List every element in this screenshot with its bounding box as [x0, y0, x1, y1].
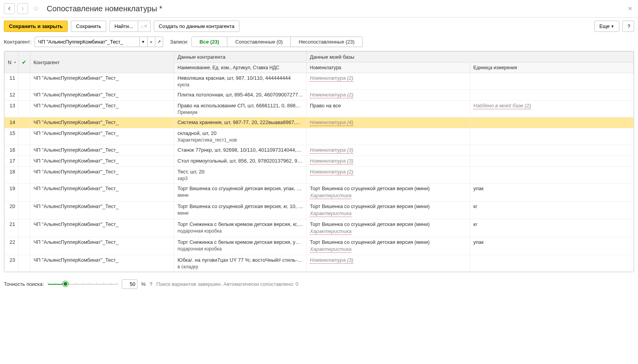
cell-check[interactable]	[19, 156, 30, 167]
close-button[interactable]: ✕	[626, 4, 634, 13]
cell-data: Тест, шт, 20хар3	[174, 167, 307, 184]
precision-slider[interactable]	[48, 284, 118, 285]
more-button[interactable]: Еще▼	[594, 21, 619, 32]
cell-check[interactable]	[19, 73, 30, 90]
cell-nomenclature[interactable]: Торт Вишенка со сгущенкой детская версия…	[307, 219, 470, 237]
clear-find-button[interactable]: ⌕✕	[138, 21, 151, 32]
table-row[interactable]: 17ЧП "АльянсПупперКомбинат"_Тест_Стол пр…	[5, 156, 634, 167]
col-nomenclature-header[interactable]: Номенклатура	[307, 63, 470, 73]
characteristic-link[interactable]: Характеристика	[310, 210, 352, 217]
contractor-open-button[interactable]: ↗	[155, 37, 163, 47]
cell-unit[interactable]	[470, 156, 634, 167]
cell-contractor: ЧП "АльянсПупперКомбинат"_Тест_	[30, 184, 174, 201]
col-unit-header[interactable]: Единица измерения	[470, 63, 634, 73]
nomenclature-link[interactable]: Номенклатура (3)	[310, 257, 353, 264]
cell-nomenclature[interactable]: Номенклатура (3)	[307, 255, 470, 272]
contractor-dropdown-button[interactable]: ▾	[140, 37, 148, 47]
cell-check[interactable]	[19, 219, 30, 237]
col-n-header[interactable]: N▴	[5, 52, 19, 73]
cell-data: Плитка потолочная, шт, 895-464, 20, 4607…	[174, 90, 307, 101]
cell-unit[interactable]: Найдено в моей базе (2)	[470, 101, 634, 117]
cell-nomenclature[interactable]: Номенклатура (3)	[307, 145, 470, 156]
cell-nomenclature[interactable]: Торт Вишенка со сгущенкой детская версия…	[307, 201, 470, 219]
clear-find-icon: ⌕✕	[141, 23, 148, 29]
cell-unit[interactable]	[470, 73, 634, 90]
nomenclature-link[interactable]: Номенклатура (2)	[310, 169, 353, 175]
cell-check[interactable]	[19, 184, 30, 201]
precision-input[interactable]	[122, 279, 137, 289]
cell-nomenclature[interactable]: Номенклатура (2)	[307, 73, 470, 90]
find-button[interactable]: Найти...	[109, 21, 138, 32]
table-row[interactable]: 14ЧП "АльянсПупперКомбинат"_Тест_Система…	[5, 117, 634, 128]
cell-check[interactable]	[19, 145, 30, 156]
nav-forward-button[interactable]	[17, 3, 28, 14]
save-button[interactable]: Сохранить	[71, 21, 106, 32]
cell-unit[interactable]: кг	[470, 201, 634, 219]
help-button[interactable]: ?	[622, 21, 634, 32]
cell-unit[interactable]: кг	[470, 219, 634, 237]
cell-unit[interactable]	[470, 167, 634, 184]
contractor-input[interactable]	[35, 37, 140, 47]
cell-nomenclature[interactable]: Торт Вишенка со сгущенкой детская версия…	[307, 184, 470, 201]
cell-check[interactable]	[19, 255, 30, 272]
nomenclature-link[interactable]: Номенклатура (3)	[310, 147, 353, 154]
cell-check[interactable]	[19, 90, 30, 101]
nomenclature-link[interactable]: Номенклатура (4)	[310, 119, 353, 126]
characteristic-link[interactable]: Характеристика	[310, 192, 352, 199]
table-row[interactable]: 13ЧП "АльянсПупперКомбинат"_Тест_Право н…	[5, 101, 634, 117]
cell-check[interactable]	[19, 128, 30, 145]
nomenclature-link[interactable]: Номенклатура (2)	[310, 92, 353, 98]
col-contractor-sub-header[interactable]: Наименование, Ед. изм., Артикул, Ставка …	[174, 63, 307, 73]
cell-check[interactable]	[19, 201, 30, 219]
cell-n: 19	[5, 184, 19, 201]
cell-check[interactable]	[19, 117, 30, 128]
nomenclature-link[interactable]: Номенклатура (2)	[310, 75, 353, 82]
cell-nomenclature[interactable]: Право на все	[307, 101, 470, 117]
table-row[interactable]: 20ЧП "АльянсПупперКомбинат"_Тест_Торт Ви…	[5, 201, 634, 219]
cell-check[interactable]	[19, 101, 30, 117]
tab-matched[interactable]: Сопоставленные (0)	[227, 37, 291, 47]
nomenclature-link[interactable]: Номенклатура (3)	[310, 158, 353, 164]
tab-unmatched[interactable]: Несопоставленные (23)	[291, 37, 362, 47]
cell-nomenclature[interactable]: Номенклатура (3)	[307, 156, 470, 167]
cell-check[interactable]	[19, 167, 30, 184]
cell-unit[interactable]	[470, 255, 634, 272]
cell-unit[interactable]	[470, 90, 634, 101]
col-contractor-data-header[interactable]: Данные контрагента	[174, 52, 307, 63]
cell-unit[interactable]	[470, 128, 634, 145]
table-row[interactable]: 23ЧП "АльянсПупперКомбинат"_Тест_Юбка/. …	[5, 255, 634, 272]
cell-nomenclature[interactable]	[307, 128, 470, 145]
table-row[interactable]: 15ЧП "АльянсПупперКомбинат"_Тест_складно…	[5, 128, 634, 145]
tab-all[interactable]: Все (23)	[192, 37, 228, 47]
cell-nomenclature[interactable]: Торт Вишенка со сгущенкой детская версия…	[307, 237, 470, 255]
characteristic-link[interactable]: Характеристика	[310, 228, 352, 235]
cell-nomenclature[interactable]: Номенклатура (2)	[307, 90, 470, 101]
cell-unit[interactable]	[470, 117, 634, 128]
contractor-clear-button[interactable]: ×	[148, 37, 155, 47]
cell-contractor: ЧП "АльянсПупперКомбинат"_Тест_	[30, 219, 174, 237]
col-check-header[interactable]: ✔	[19, 52, 30, 73]
table-row[interactable]: 19ЧП "АльянсПупперКомбинат"_Тест_Торт Ви…	[5, 184, 634, 201]
cell-nomenclature[interactable]: Номенклатура (4)	[307, 117, 470, 128]
cell-nomenclature[interactable]: Номенклатура (2)	[307, 167, 470, 184]
cell-unit[interactable]: упак	[470, 237, 634, 255]
create-from-button[interactable]: Создать по данным контрагента	[154, 21, 240, 32]
cell-unit[interactable]: упак	[470, 184, 634, 201]
save-close-button[interactable]: Сохранить и закрыть	[4, 21, 68, 32]
col-my-data-header[interactable]: Данные моей базы	[307, 52, 634, 63]
cell-data: складной, шт, 20Характеристика_тест1_нов	[174, 128, 307, 145]
table-row[interactable]: 22ЧП "АльянсПупперКомбинат"_Тест_Торт Сн…	[5, 237, 634, 255]
cell-check[interactable]	[19, 237, 30, 255]
table-row[interactable]: 12ЧП "АльянсПупперКомбинат"_Тест_Плитка …	[5, 90, 634, 101]
cell-unit[interactable]	[470, 145, 634, 156]
precision-help-icon[interactable]: ?	[149, 281, 152, 287]
characteristic-link[interactable]: Характеристика	[310, 246, 352, 253]
unit-link[interactable]: Найдено в моей базе (2)	[473, 103, 531, 109]
nav-back-button[interactable]	[4, 3, 15, 14]
table-row[interactable]: 16ЧП "АльянсПупперКомбинат"_Тест_Станок …	[5, 145, 634, 156]
favorite-button[interactable]: ☆	[30, 3, 41, 14]
table-row[interactable]: 21ЧП "АльянсПупперКомбинат"_Тест_Торт Сн…	[5, 219, 634, 237]
table-row[interactable]: 11ЧП "АльянсПупперКомбинат"_Тест_Неволяш…	[5, 73, 634, 90]
table-row[interactable]: 18ЧП "АльянсПупперКомбинат"_Тест_Тест, ш…	[5, 167, 634, 184]
col-contractor-header[interactable]: Контрагент	[30, 52, 174, 73]
